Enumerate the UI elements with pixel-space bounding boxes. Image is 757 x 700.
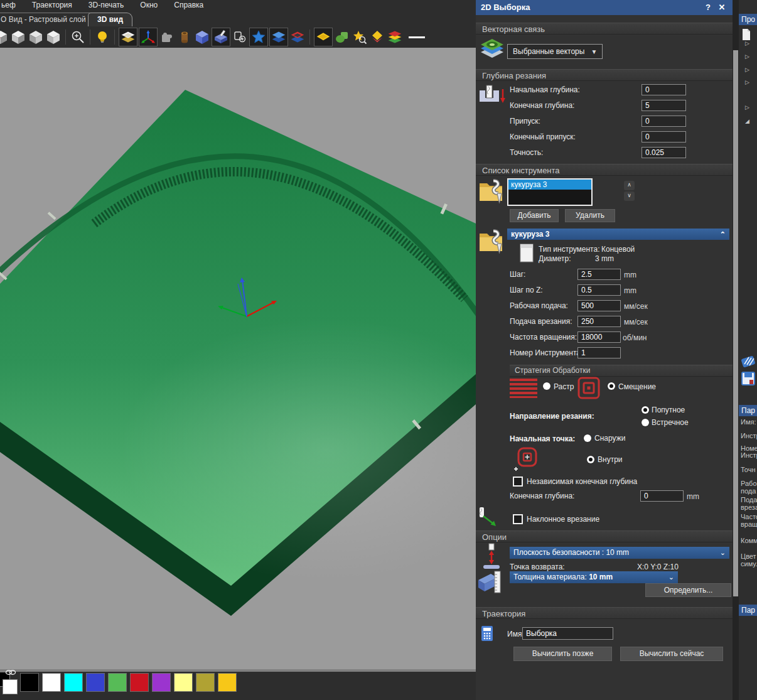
zoom-icon[interactable]: [70, 29, 86, 45]
calculate-now-button[interactable]: Вычислить сейчас: [620, 647, 723, 661]
edit-model-icon[interactable]: [212, 28, 230, 46]
minimize-dash-icon[interactable]: [409, 36, 425, 38]
toolpath-name-input[interactable]: [522, 627, 613, 640]
independent-depth-checkbox[interactable]: [513, 477, 523, 487]
outside-radio[interactable]: [584, 434, 591, 442]
raster-radio[interactable]: [543, 382, 550, 390]
scrollbar-thumb[interactable]: [733, 50, 738, 596]
safe-plane-dropdown[interactable]: Плоскость безопасности : 10 mm⌄: [510, 547, 729, 559]
inside-radio-label: Внутри: [598, 455, 623, 464]
menu-3dprint[interactable]: 3D-печать: [89, 1, 124, 9]
parameters2-panel-header[interactable]: Пар: [739, 605, 757, 616]
cube-iso-right-icon[interactable]: [45, 29, 62, 45]
palette-swatch[interactable]: [86, 673, 105, 692]
palette-swatch[interactable]: [218, 673, 237, 692]
menu-window[interactable]: Окно: [140, 1, 158, 9]
menu-relief[interactable]: ьеф: [1, 1, 16, 9]
palette-swatch[interactable]: [42, 673, 61, 692]
layer-stack-icon[interactable]: [387, 29, 403, 45]
palette-swatch[interactable]: [174, 673, 193, 692]
ramp-plunge-checkbox[interactable]: [513, 514, 523, 524]
add-tool-button[interactable]: Добавить: [510, 209, 559, 222]
layers-red-blue-icon[interactable]: [289, 29, 306, 45]
cube-iso-front-icon[interactable]: [10, 29, 26, 45]
save-toolpath-icon[interactable]: [741, 372, 755, 385]
calculate-later-button[interactable]: Вычислить позже: [513, 647, 612, 661]
palette-swatch[interactable]: [64, 673, 83, 692]
cube-iso-left-icon[interactable]: [28, 29, 44, 45]
clone-icon[interactable]: [232, 29, 248, 45]
star-blue-icon[interactable]: [249, 28, 268, 46]
tool-list-item-selected[interactable]: кукуруза 3: [508, 180, 591, 190]
tool-list-up-button[interactable]: ∧: [624, 181, 635, 190]
tree-expand-icon[interactable]: ▷: [745, 53, 749, 60]
palette-swatch[interactable]: [108, 673, 127, 692]
cube-red-partial-icon[interactable]: [0, 29, 9, 45]
link-colors-icon[interactable]: [5, 668, 16, 677]
independent-final-depth-input[interactable]: [640, 490, 684, 502]
remove-tool-button[interactable]: Удалить: [565, 209, 615, 222]
material-thickness-dropdown[interactable]: Толщина материала: 10 mm⌄: [510, 571, 678, 583]
palette-swatch[interactable]: [20, 673, 39, 692]
tree-expand-icon[interactable]: ▷: [745, 40, 749, 46]
spindle-input[interactable]: [577, 331, 621, 343]
tree-corner-icon[interactable]: ◢: [745, 118, 749, 124]
layer-yellow-icon[interactable]: [314, 28, 333, 46]
feedrate-input[interactable]: [577, 300, 621, 311]
inside-radio[interactable]: [587, 456, 594, 463]
final-allowance-input[interactable]: [642, 131, 686, 143]
stepover-input[interactable]: [577, 269, 621, 280]
tree-expand-icon[interactable]: ▷: [745, 104, 749, 110]
strip-label: Имя:: [741, 418, 756, 426]
relief-layer-icon[interactable]: [119, 28, 137, 46]
selected-tool-header[interactable]: кукуруза 3⌃: [507, 229, 729, 240]
finish-depth-input[interactable]: [642, 100, 686, 111]
project-panel-header[interactable]: Про: [739, 14, 757, 25]
start-depth-label: Начальная глубина:: [510, 85, 580, 94]
climb-radio[interactable]: [642, 406, 649, 414]
3d-viewport[interactable]: [0, 48, 476, 669]
define-material-button[interactable]: Определить...: [645, 583, 731, 597]
tolerance-input[interactable]: [642, 147, 686, 158]
conventional-radio[interactable]: [642, 419, 649, 426]
independent-final-depth-row: Конечная глубина:mm: [476, 490, 733, 503]
tool-list-down-button[interactable]: ∨: [624, 191, 635, 201]
raster-strategy-icon: [510, 378, 537, 398]
layers-blue-icon[interactable]: [269, 28, 288, 46]
tool-number-input[interactable]: [577, 347, 621, 358]
offset-radio[interactable]: [608, 382, 615, 390]
pyramid-icon[interactable]: [369, 29, 385, 45]
vector-source-dropdown[interactable]: Выбранные векторы▼: [507, 44, 603, 59]
parameters-panel-header[interactable]: Пар: [739, 405, 757, 416]
secondary-color-swatch[interactable]: [3, 679, 18, 694]
shapes-green-icon[interactable]: [334, 29, 350, 45]
tree-expand-icon[interactable]: ▷: [745, 67, 749, 73]
strip-label: Инстр: [741, 432, 757, 439]
stepdown-input[interactable]: [577, 284, 621, 296]
help-button[interactable]: ?: [702, 0, 714, 15]
panel-scrollbar[interactable]: [733, 0, 739, 700]
palette-swatch[interactable]: [152, 673, 171, 692]
star-search-icon[interactable]: [352, 29, 368, 45]
palette-swatch[interactable]: [130, 673, 149, 692]
cube-blue-icon[interactable]: [194, 29, 210, 45]
collapse-icon[interactable]: ⌃: [720, 229, 726, 240]
close-button[interactable]: ✕: [716, 0, 727, 15]
cylinder-icon[interactable]: [176, 29, 193, 45]
axes-icon[interactable]: [139, 28, 158, 46]
start-depth-input[interactable]: [642, 84, 686, 95]
primary-secondary-color-indicator[interactable]: [0, 669, 19, 698]
tool-listbox[interactable]: кукуруза 3: [507, 178, 593, 206]
finish-depth-row: Конечная глубина:: [476, 100, 733, 112]
puzzle-icon[interactable]: [159, 29, 175, 45]
allowance-input[interactable]: [642, 116, 686, 127]
tab-3d-view[interactable]: 3D вид: [88, 13, 132, 26]
plungerate-input[interactable]: [577, 316, 621, 327]
tree-expand-icon[interactable]: ▷: [745, 79, 749, 85]
lightbulb-icon[interactable]: [94, 29, 110, 45]
simulation-icon[interactable]: [741, 355, 755, 368]
menu-help[interactable]: Справка: [174, 1, 203, 9]
palette-swatch[interactable]: [196, 673, 215, 692]
strip-label: Часто: [741, 513, 757, 520]
menu-toolpath[interactable]: Траектория: [32, 1, 72, 9]
